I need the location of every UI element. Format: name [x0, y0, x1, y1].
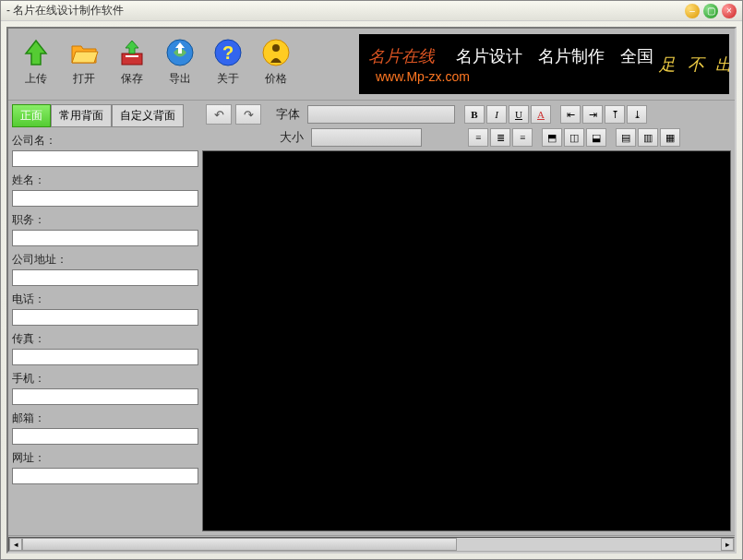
save-label: 保存: [121, 71, 143, 87]
input-phone[interactable]: [12, 309, 198, 326]
export-label: 导出: [169, 71, 191, 87]
format-bar-1: ↶ ↷ 字体 B I U A ⇤ ⇥ ⤒ ⤓: [202, 101, 735, 128]
underline-button[interactable]: U: [509, 105, 529, 124]
bold-button[interactable]: B: [464, 105, 485, 124]
banner-item-2: 名片制作: [538, 47, 605, 66]
spacing-down-button[interactable]: ⤓: [627, 105, 647, 124]
label-title: 职务：: [12, 212, 198, 228]
scroll-right-arrow[interactable]: ▸: [721, 538, 734, 551]
input-address[interactable]: [12, 269, 198, 286]
price-label: 价格: [265, 71, 287, 87]
banner-url: www.Mp-zx.com: [376, 69, 659, 84]
open-icon: [67, 36, 101, 69]
tab-back-common[interactable]: 常用背面: [51, 104, 112, 127]
italic-button[interactable]: I: [486, 105, 507, 124]
sidebar: 正面 常用背面 自定义背面 公司名： 姓名： 职务： 公司地址： 电话： 传真：…: [8, 101, 202, 535]
price-icon: [259, 36, 293, 69]
spacing-wide-button[interactable]: ⇥: [582, 105, 603, 124]
input-website[interactable]: [12, 468, 198, 484]
toolbar-row: 上传 打开 保存 导出: [8, 29, 735, 101]
align-left-button[interactable]: ≡: [468, 128, 488, 147]
about-label: 关于: [217, 71, 239, 87]
statusbar: ◂ ▸: [8, 535, 735, 552]
close-button[interactable]: ×: [722, 4, 737, 18]
font-color-button[interactable]: A: [531, 105, 551, 124]
main-area: 正面 常用背面 自定义背面 公司名： 姓名： 职务： 公司地址： 电话： 传真：…: [8, 101, 735, 535]
svg-text:?: ?: [222, 42, 234, 63]
scroll-thumb[interactable]: [22, 538, 457, 551]
spacing-tight-button[interactable]: ⇤: [560, 105, 581, 124]
input-company[interactable]: [12, 150, 198, 167]
svg-rect-0: [122, 54, 142, 65]
app-window: - 名片在线设计制作软件 – ▢ × 上传 打开: [0, 0, 743, 560]
label-website: 网址：: [12, 450, 198, 466]
client-area: 上传 打开 保存 导出: [6, 27, 737, 554]
input-title[interactable]: [12, 230, 198, 246]
banner-item-3: 全国: [620, 47, 653, 66]
group-button[interactable]: ▦: [660, 128, 680, 147]
horizontal-scrollbar[interactable]: ◂ ▸: [8, 537, 735, 552]
bring-front-button[interactable]: ▤: [616, 128, 636, 147]
tab-front[interactable]: 正面: [12, 104, 51, 127]
scroll-left-arrow[interactable]: ◂: [9, 538, 22, 551]
valign-top-button[interactable]: ⬒: [542, 128, 562, 147]
valign-middle-button[interactable]: ◫: [564, 128, 584, 147]
open-label: 打开: [73, 71, 95, 87]
banner-brand: 名片在线: [368, 47, 435, 66]
design-canvas[interactable]: [202, 150, 731, 531]
titlebar: - 名片在线设计制作软件 – ▢ ×: [1, 1, 742, 21]
window-title: - 名片在线设计制作软件: [6, 3, 685, 18]
svg-rect-1: [126, 55, 138, 57]
about-icon: ?: [211, 36, 245, 69]
sidebar-tabs: 正面 常用背面 自定义背面: [12, 104, 198, 127]
input-mobile[interactable]: [12, 388, 198, 405]
font-label: 字体: [276, 106, 300, 123]
align-center-button[interactable]: ≣: [490, 128, 510, 147]
export-button[interactable]: 导出: [160, 34, 200, 94]
valign-bottom-button[interactable]: ⬓: [586, 128, 606, 147]
upload-label: 上传: [25, 71, 47, 87]
label-email: 邮箱：: [12, 411, 198, 426]
label-name: 姓名：: [12, 173, 198, 188]
price-button[interactable]: 价格: [256, 34, 296, 94]
redo-button[interactable]: ↷: [235, 104, 261, 125]
svg-point-6: [272, 44, 280, 52]
align-right-button[interactable]: ≡: [512, 128, 533, 147]
tab-back-custom[interactable]: 自定义背面: [112, 104, 184, 127]
size-label: 大小: [280, 129, 304, 146]
label-phone: 电话：: [12, 292, 198, 307]
field-list: 公司名： 姓名： 职务： 公司地址： 电话： 传真： 手机： 邮箱： 网址：: [12, 133, 198, 531]
main-toolbar: 上传 打开 保存 导出: [8, 29, 304, 100]
banner-slogan: 足 不 出 户: [659, 54, 729, 76]
format-bar-2: 大小 ≡ ≣ ≡ ⬒ ◫ ⬓ ▤ ▥ ▦: [202, 128, 735, 150]
upload-button[interactable]: 上传: [16, 34, 56, 94]
label-fax: 传真：: [12, 331, 198, 347]
undo-button[interactable]: ↶: [206, 104, 232, 125]
open-button[interactable]: 打开: [64, 34, 104, 94]
label-address: 公司地址：: [12, 252, 198, 268]
spacing-up-button[interactable]: ⤒: [605, 105, 625, 124]
label-mobile: 手机：: [12, 371, 198, 387]
font-select[interactable]: [307, 105, 455, 124]
save-icon: [115, 36, 149, 69]
window-controls: – ▢ ×: [685, 4, 737, 18]
minimize-button[interactable]: –: [685, 4, 700, 18]
size-select[interactable]: [311, 128, 422, 147]
upload-icon: [19, 36, 53, 69]
input-email[interactable]: [12, 428, 198, 445]
about-button[interactable]: ? 关于: [208, 34, 248, 94]
export-icon: [163, 36, 197, 69]
input-fax[interactable]: [12, 349, 198, 365]
input-name[interactable]: [12, 190, 198, 207]
save-button[interactable]: 保存: [112, 34, 152, 94]
label-company: 公司名：: [12, 133, 198, 149]
banner: 名片在线 名片设计 名片制作 全国 www.Mp-zx.com 足 不 出 户: [359, 34, 729, 94]
send-back-button[interactable]: ▥: [638, 128, 658, 147]
banner-item-1: 名片设计: [456, 47, 522, 66]
content-area: ↶ ↷ 字体 B I U A ⇤ ⇥ ⤒ ⤓: [202, 101, 735, 535]
maximize-button[interactable]: ▢: [703, 4, 718, 18]
